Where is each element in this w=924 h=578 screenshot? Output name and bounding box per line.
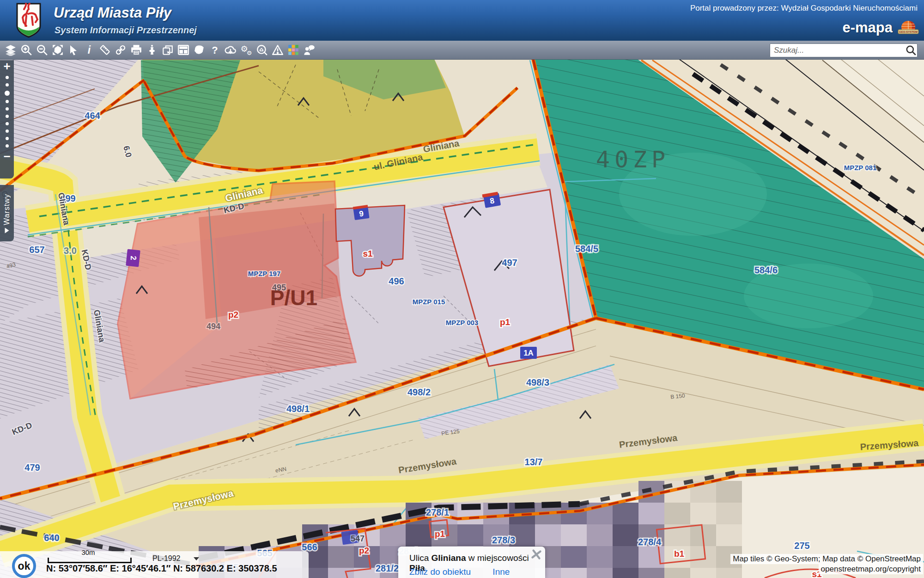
full-extent-icon[interactable]	[50, 42, 66, 58]
emapa-brand: e-mapa	[842, 19, 893, 36]
print-icon[interactable]	[128, 42, 144, 58]
parcel-label: 657	[29, 245, 44, 255]
address-label: 547	[351, 534, 365, 543]
scale-label: 30m	[48, 548, 129, 556]
app-window: 464 6.0 499 657 3.0 479 493 Gliniana Gli…	[0, 0, 924, 578]
zoom-level-dot[interactable]	[6, 83, 9, 86]
header-bar: Urząd Miasta Piły System Informacji Prze…	[0, 0, 924, 41]
zoom-in-icon[interactable]	[18, 42, 34, 58]
plan-label: MPZP 081	[844, 164, 877, 172]
select-cursor-icon[interactable]	[66, 42, 81, 58]
parcel-label: 479	[24, 462, 40, 473]
parcel-label: 566	[302, 542, 317, 552]
chevron-down-icon	[194, 557, 199, 560]
parcel-label: 497	[502, 258, 517, 268]
point-label: p1	[435, 529, 445, 539]
zoom-level-dot[interactable]	[6, 137, 9, 140]
chevron-right-icon	[5, 228, 9, 234]
parcel-label: 494	[207, 322, 220, 331]
point-label: p2	[228, 310, 238, 320]
parcel-label: 464	[85, 111, 100, 121]
legend-icon[interactable]	[286, 42, 301, 58]
zoom-panel: + −	[0, 60, 14, 178]
layout-panels-icon[interactable]	[176, 42, 191, 58]
search-input[interactable]	[770, 46, 905, 55]
svg-text:⚙: ⚙	[247, 49, 252, 56]
city-crest-logo	[16, 3, 42, 38]
plan-label: MPZP 003	[446, 319, 479, 326]
point-label: p2	[359, 546, 369, 555]
plan-label: MPZP 015	[413, 298, 445, 306]
scale-bar	[48, 558, 132, 563]
layers-icon[interactable]	[3, 42, 18, 58]
zoom-level-dot-current[interactable]	[5, 91, 10, 96]
contact-person-icon[interactable]	[301, 42, 317, 58]
zoom-level-dot[interactable]	[6, 107, 9, 111]
address-label: 2	[129, 256, 138, 260]
zoom-level-dot[interactable]	[6, 122, 9, 125]
parcel-label: 498/1	[286, 404, 310, 414]
layers-tab-label: Warstwy	[3, 194, 11, 225]
report-problem-icon[interactable]	[270, 42, 286, 58]
zoom-in-button[interactable]: +	[3, 60, 10, 72]
address-label: 1A	[523, 349, 534, 357]
zoom-out-button[interactable]: −	[3, 150, 10, 162]
measure-icon[interactable]	[97, 42, 113, 58]
ok-button[interactable]: ok	[12, 554, 36, 578]
map-attribution: Map tiles © Geo-System; Map data © OpenS…	[730, 554, 923, 574]
zoom-level-dot[interactable]	[6, 144, 9, 148]
zoom-level-dot[interactable]	[6, 115, 9, 118]
toolbar: i ? ⚙⚙	[0, 41, 924, 60]
parcel-label: 584/5	[575, 244, 598, 254]
zone-label: P/U1	[270, 286, 317, 310]
settings-gears-icon[interactable]: ⚙⚙	[238, 42, 254, 58]
portal-note: Portal prowadzony przez: Wydział Gospoda…	[690, 4, 918, 13]
zoom-level-dot[interactable]	[6, 100, 9, 103]
status-bar: ok 30m PL-1992 N: 53°07′58.6″ E: 16°45′4…	[0, 551, 309, 578]
crs-select[interactable]: PL-1992	[152, 553, 213, 564]
geo-system-logo: GEO-SYSTEM	[896, 20, 920, 37]
svg-text:i: i	[88, 44, 91, 55]
zoom-level-slider	[5, 76, 10, 148]
draw-area-icon[interactable]	[191, 42, 207, 58]
osm-copyright-link[interactable]: openstreetmap.org/copyright	[821, 565, 921, 573]
download-cloud-icon[interactable]	[223, 42, 238, 58]
parcel-label: 278/3	[492, 535, 515, 545]
help-icon[interactable]: ?	[207, 42, 223, 58]
parcel-label: 278/4	[638, 537, 662, 547]
page-title: Urząd Miasta Piły	[54, 5, 171, 21]
other-actions-link[interactable]: Inne	[492, 567, 510, 577]
plan-label: MPZP 197	[248, 270, 281, 277]
link-icon[interactable]	[113, 42, 128, 58]
parcel-label: 584/6	[754, 265, 778, 275]
map-canvas[interactable]: 464 6.0 499 657 3.0 479 493 Gliniana Gli…	[0, 59, 924, 578]
page-subtitle: System Informacji Przestrzennej	[55, 25, 197, 36]
point-label: p1	[500, 317, 511, 327]
parcel-label: 281/2	[376, 563, 399, 573]
geo-system-label: GEO-SYSTEM	[899, 31, 918, 33]
parcel-label: 498/3	[526, 377, 549, 387]
parcel-label: 278/1	[426, 507, 449, 517]
zoom-level-dot[interactable]	[6, 129, 9, 133]
zoom-out-icon[interactable]	[34, 42, 50, 58]
close-icon[interactable]	[530, 548, 542, 560]
parcel-label: 13/7	[525, 457, 543, 467]
parcel-label: 275	[794, 541, 809, 551]
attribution-line1: Map tiles © Geo-System; Map data © OpenS…	[730, 554, 923, 564]
layers-panel-tab[interactable]: Warstwy	[0, 185, 14, 241]
feature-popup: Ulica Gliniana w miejscowości Piła Zbliż…	[398, 547, 545, 578]
pin-icon[interactable]	[144, 42, 160, 58]
zoom-to-object-link[interactable]: Zbliż do obiektu	[409, 567, 471, 577]
point-label: s1	[363, 249, 373, 258]
zone-label: 40ZP	[596, 146, 670, 173]
info-icon[interactable]: i	[81, 42, 97, 58]
search-icon[interactable]	[905, 44, 917, 56]
parcel-label: 498/2	[407, 387, 431, 397]
search-box	[770, 43, 918, 57]
search-area-icon[interactable]	[254, 42, 270, 58]
copy-view-icon[interactable]	[160, 42, 176, 58]
zoom-level-dot[interactable]	[6, 76, 9, 79]
coordinates-readout: N: 53°07′58.6″ E: 16°45′46.1″ N: 587630.…	[46, 563, 277, 574]
dim-label: 3.0	[64, 246, 77, 256]
parcel-label: 640	[44, 533, 59, 543]
